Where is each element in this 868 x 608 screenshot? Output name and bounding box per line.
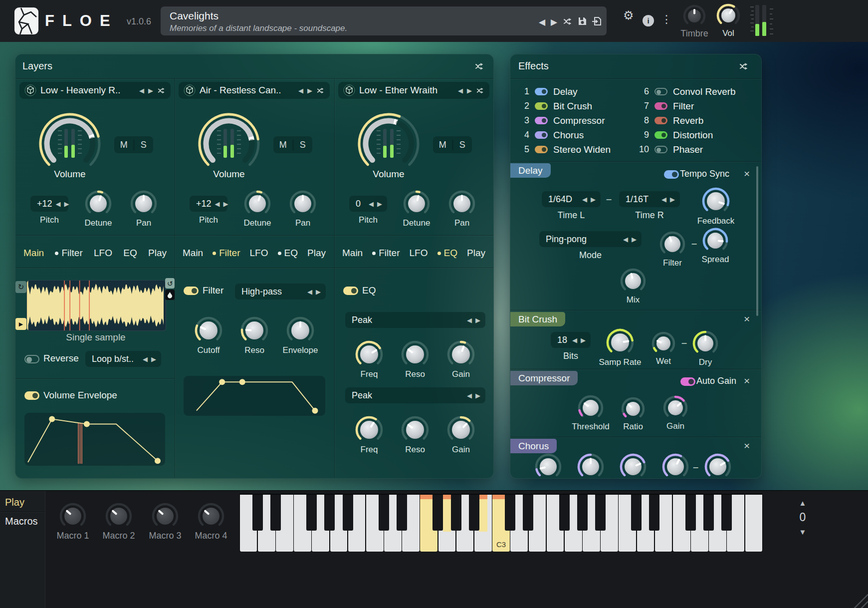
- reverse-toggle[interactable]: [24, 355, 39, 363]
- eq-toggle[interactable]: [343, 287, 358, 295]
- piano-key-black[interactable]: [721, 495, 732, 531]
- overflow-menu-icon[interactable]: ⋮: [661, 13, 672, 26]
- preset-box[interactable]: Cavelights Memories of a distant landsca…: [161, 6, 607, 35]
- sample-play-icon[interactable]: ▶: [15, 318, 26, 330]
- chorus-knob-5[interactable]: [704, 453, 731, 479]
- samp-rate-knob[interactable]: Samp Rate: [606, 328, 634, 358]
- piano-key-black[interactable]: [703, 495, 714, 531]
- piano-key-black[interactable]: [343, 495, 353, 531]
- piano-key-black[interactable]: [577, 495, 588, 531]
- layer1-mute-solo[interactable]: MS: [114, 136, 153, 153]
- layer3-prev-button[interactable]: ◀: [458, 87, 463, 94]
- effect-enable-toggle[interactable]: [535, 131, 548, 139]
- tab-eq[interactable]: EQ: [437, 248, 457, 259]
- piano-key-black[interactable]: [451, 495, 461, 531]
- macro-1-knob[interactable]: Macro 1: [59, 503, 86, 532]
- effect-name[interactable]: Phaser: [673, 144, 703, 155]
- layer3-next-button[interactable]: ▶: [467, 87, 472, 94]
- chorus-close-icon[interactable]: ×: [744, 440, 750, 452]
- tab-filter[interactable]: Filter: [372, 248, 400, 259]
- threshold-knob[interactable]: Threshold: [578, 395, 604, 423]
- tab-main[interactable]: Main: [183, 248, 203, 259]
- tab-main[interactable]: Main: [23, 248, 44, 259]
- layer1-prev-button[interactable]: ◀: [139, 87, 144, 94]
- delay-mix-knob[interactable]: Mix: [620, 268, 646, 296]
- effect-enable-toggle[interactable]: [535, 117, 548, 124]
- layer2-pan-knob[interactable]: Pan: [289, 190, 316, 219]
- compressor-close-icon[interactable]: ×: [744, 375, 750, 387]
- piano-key-black[interactable]: [523, 495, 533, 531]
- layer3-random-icon[interactable]: [476, 87, 484, 94]
- piano-key-white[interactable]: [745, 495, 763, 552]
- layer1-header[interactable]: Low - Heavenly R.. ◀ ▶: [19, 82, 171, 99]
- tab-play[interactable]: Play: [467, 248, 485, 259]
- fade-icon[interactable]: [165, 290, 175, 300]
- effect-name[interactable]: Distortion: [673, 130, 713, 141]
- eq1-gain-knob[interactable]: Gain: [447, 340, 475, 370]
- piano-keyboard[interactable]: C3: [239, 494, 763, 552]
- piano-key-black[interactable]: [252, 495, 263, 531]
- chorus-knob-1[interactable]: [535, 453, 562, 479]
- effect-enable-toggle[interactable]: [654, 117, 667, 124]
- tab-main[interactable]: Main: [342, 248, 363, 259]
- tab-macros[interactable]: Macros: [5, 516, 38, 527]
- eq-band1-type-selector[interactable]: Peak◀▶: [345, 312, 485, 328]
- layer1-pitch-stepper[interactable]: +12◀▶: [30, 196, 68, 212]
- effect-name[interactable]: Delay: [553, 86, 578, 97]
- macro-4-knob[interactable]: Macro 4: [198, 503, 224, 532]
- tab-lfo[interactable]: LFO: [250, 248, 268, 259]
- layer3-pitch-stepper[interactable]: 0◀▶: [349, 196, 387, 212]
- chorus-knob-4[interactable]: [662, 453, 689, 479]
- bits-stepper[interactable]: 18◀▶: [551, 332, 591, 348]
- eq2-freq-knob[interactable]: Freq: [355, 416, 383, 446]
- piano-key-black[interactable]: [324, 495, 335, 531]
- delay-mode-selector[interactable]: Ping-pong◀▶: [539, 231, 642, 247]
- delay-spread-knob[interactable]: Spread: [702, 228, 728, 256]
- effect-enable-toggle[interactable]: [654, 146, 667, 153]
- effect-name[interactable]: Reverb: [673, 115, 703, 126]
- layer3-volume-knob[interactable]: Volume: [356, 111, 422, 179]
- compressor-section-tab[interactable]: Compressor: [510, 371, 578, 385]
- volume-envelope-graph[interactable]: [24, 413, 165, 466]
- cutoff-knob[interactable]: Cutoff: [195, 316, 222, 346]
- layer2-random-icon[interactable]: [316, 87, 325, 94]
- tab-filter[interactable]: Filter: [55, 248, 82, 259]
- tab-play[interactable]: Play: [148, 248, 167, 259]
- filter-reso-knob[interactable]: Reso: [240, 316, 268, 346]
- piano-key-black[interactable]: [306, 495, 317, 531]
- tab-lfo[interactable]: LFO: [94, 248, 112, 259]
- layer2-volume-knob[interactable]: Volume: [196, 111, 262, 179]
- auto-gain-toggle[interactable]: [680, 377, 695, 386]
- layer2-prev-button[interactable]: ◀: [298, 87, 303, 94]
- effect-enable-toggle[interactable]: [654, 131, 667, 139]
- piano-key-black[interactable]: [379, 495, 389, 531]
- layer2-pitch-stepper[interactable]: +12◀▶: [190, 196, 227, 212]
- layer1-next-button[interactable]: ▶: [148, 87, 153, 94]
- retrigger-icon[interactable]: ↺: [165, 278, 175, 289]
- save-as-icon[interactable]: [592, 16, 602, 26]
- loop-mode-selector[interactable]: Loop b/st..◀▶: [85, 351, 161, 367]
- filter-envelope-knob[interactable]: Envelope: [286, 316, 314, 346]
- vol-knob[interactable]: Vol: [716, 3, 740, 29]
- piano-key-black[interactable]: [397, 495, 407, 531]
- effect-enable-toggle[interactable]: [654, 88, 667, 95]
- save-icon[interactable]: [578, 16, 587, 26]
- gear-icon[interactable]: ⚙: [623, 8, 634, 22]
- preset-random-icon[interactable]: [563, 17, 573, 26]
- layer2-mute-solo[interactable]: MS: [273, 136, 312, 153]
- resize-handle[interactable]: [849, 590, 868, 608]
- chorus-knob-3[interactable]: [620, 453, 647, 479]
- layer3-header[interactable]: Low - Ether Wraith ◀ ▶: [338, 82, 489, 99]
- delay-close-icon[interactable]: ×: [744, 168, 750, 180]
- effect-name[interactable]: Chorus: [553, 130, 584, 141]
- comp-gain-knob[interactable]: Gain: [663, 395, 688, 422]
- solo-button[interactable]: S: [293, 140, 313, 150]
- piano-key-black[interactable]: [631, 495, 642, 531]
- tab-play[interactable]: Play: [307, 248, 326, 259]
- filter-toggle[interactable]: [184, 287, 199, 295]
- bitcrush-close-icon[interactable]: ×: [744, 313, 750, 325]
- ratio-knob[interactable]: Ratio: [621, 397, 645, 423]
- bitcrush-section-tab[interactable]: Bit Crush: [510, 312, 565, 326]
- dry-knob[interactable]: Dry: [692, 330, 718, 358]
- delay-time-r-selector[interactable]: 1/16T◀▶: [619, 191, 680, 207]
